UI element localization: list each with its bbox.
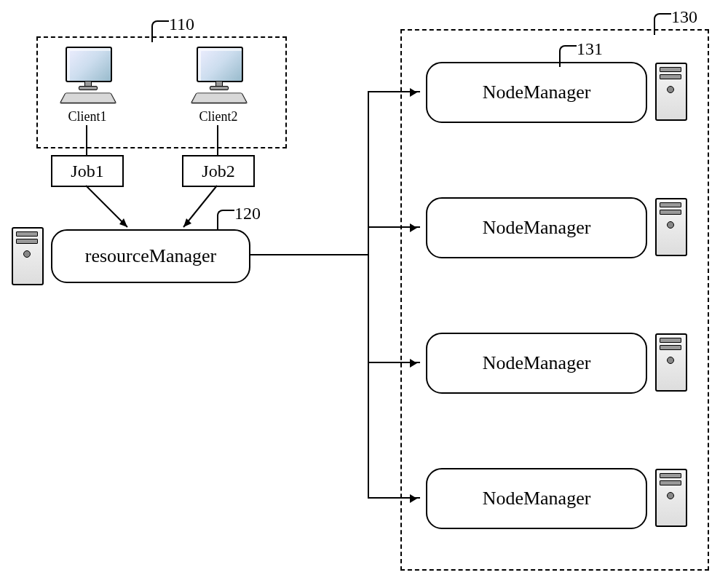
brace-110 — [151, 20, 169, 42]
node3-label: NodeManager — [483, 352, 591, 374]
node-manager-4: NodeManager — [426, 468, 647, 529]
brace-120 — [217, 210, 234, 231]
job1-label: Job1 — [71, 162, 103, 181]
svg-line-0 — [86, 186, 127, 227]
node-manager-3: NodeManager — [426, 333, 647, 394]
job2-box: Job2 — [182, 155, 255, 187]
client1-label: Client1 — [58, 109, 116, 124]
line-client1-job1 — [86, 125, 87, 155]
rm-out-line — [249, 254, 368, 255]
node-manager-2: NodeManager — [426, 197, 647, 258]
node-manager-1: NodeManager — [426, 62, 647, 123]
resource-manager-server-icon — [12, 227, 41, 285]
ref-120: 120 — [234, 204, 261, 223]
client2-label: Client2 — [189, 109, 248, 124]
svg-marker-1 — [119, 218, 127, 227]
arrow-node3 — [368, 362, 420, 363]
node2-server-icon — [655, 198, 684, 256]
diagram-stage: 110 Client1 Client2 Job1 Job2 120 resour… — [0, 0, 728, 583]
node3-server-icon — [655, 333, 684, 392]
resource-manager-box: resourceManager — [51, 229, 250, 283]
ref-130: 130 — [671, 7, 697, 27]
line-client2-job2 — [217, 125, 218, 155]
svg-line-2 — [183, 186, 217, 227]
ref-110: 110 — [169, 15, 194, 34]
node4-label: NodeManager — [483, 488, 591, 509]
arrow-node2 — [368, 226, 420, 228]
client-computer-1 — [58, 47, 116, 105]
bus-vline — [368, 91, 369, 499]
brace-131 — [559, 45, 577, 67]
arrow-node4 — [368, 497, 420, 499]
arrow-node1 — [368, 91, 420, 92]
node1-server-icon — [655, 63, 684, 121]
resource-manager-label: resourceManager — [85, 245, 216, 267]
node2-label: NodeManager — [483, 217, 591, 239]
node4-server-icon — [655, 469, 684, 527]
job1-box: Job1 — [51, 155, 124, 187]
job2-label: Job2 — [202, 162, 234, 181]
node1-label: NodeManager — [483, 82, 591, 103]
ref-131: 131 — [577, 39, 603, 59]
svg-marker-3 — [183, 218, 191, 227]
client-computer-2 — [189, 47, 248, 105]
brace-130 — [654, 13, 671, 35]
